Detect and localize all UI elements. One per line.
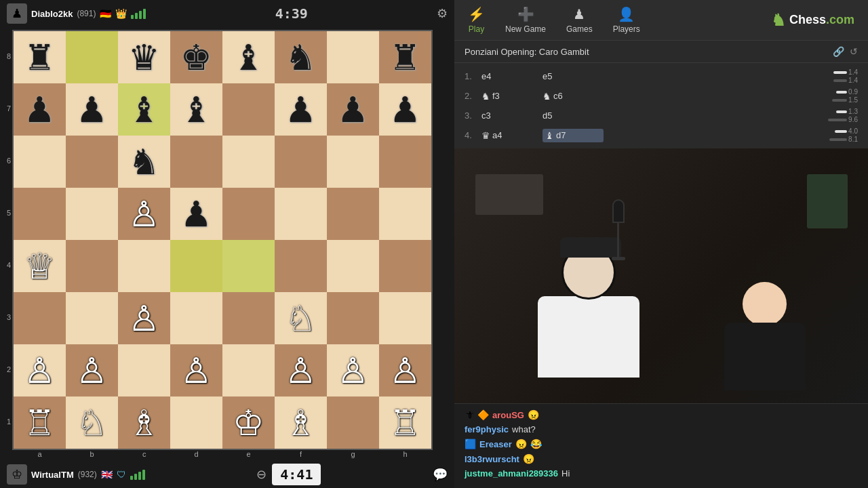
move-4-black[interactable]: ♝d7 <box>542 129 604 142</box>
square-h3[interactable] <box>379 292 431 344</box>
timer-bottom: 4:41 <box>272 464 321 485</box>
square-d8[interactable]: ♚ <box>170 31 222 83</box>
refresh-icon[interactable]: ↺ <box>850 46 858 57</box>
square-c8[interactable]: ♛ <box>118 31 170 83</box>
square-h1[interactable]: ♖ <box>379 396 431 449</box>
square-a5[interactable] <box>14 188 66 240</box>
square-e5[interactable] <box>222 188 275 240</box>
square-e8[interactable]: ♝ <box>222 31 275 83</box>
bar4 <box>143 9 146 19</box>
square-b1[interactable]: ♘ <box>66 396 118 449</box>
square-d2[interactable]: ♙ <box>170 344 222 396</box>
square-h2[interactable]: ♙ <box>379 344 431 396</box>
square-c3[interactable]: ♙ <box>118 292 170 344</box>
square-a7[interactable]: ♟ <box>14 83 66 136</box>
square-g6[interactable] <box>327 136 379 188</box>
square-f4[interactable] <box>275 240 327 292</box>
square-d4[interactable] <box>170 240 222 292</box>
username-l3b3r[interactable]: l3b3rwurscht <box>465 454 519 464</box>
square-e6[interactable] <box>222 136 275 188</box>
square-f8[interactable]: ♞ <box>275 31 327 83</box>
move-row-3: 3. c3 d5 1.3 9.6 <box>454 106 868 125</box>
right-panel: ⚡ Play ➕ New Game ♟ Games 👤 Players ♞ Ch… <box>454 0 868 488</box>
square-g3[interactable] <box>327 292 379 344</box>
square-e2[interactable] <box>222 344 275 396</box>
chat-icon[interactable]: 💬 <box>433 467 448 482</box>
square-a3[interactable] <box>14 292 66 344</box>
top-player-name: Diablo2kk <box>31 9 73 19</box>
move-1-black[interactable]: e5 <box>542 71 604 81</box>
nav-new-game[interactable]: ➕ New Game <box>505 6 546 34</box>
square-d3[interactable] <box>170 292 222 344</box>
square-h8[interactable]: ♜ <box>379 31 431 83</box>
square-f1[interactable]: ♗ <box>275 396 327 449</box>
move-2-black[interactable]: ♞c6 <box>542 91 604 102</box>
username-ereaser[interactable]: Ereaser <box>479 439 512 449</box>
move-4-number: 4. <box>465 130 481 140</box>
square-c5[interactable]: ♙ <box>118 188 170 240</box>
square-f7[interactable]: ♟ <box>275 83 327 136</box>
square-a6[interactable] <box>14 136 66 188</box>
square-g8[interactable] <box>327 31 379 83</box>
square-b5[interactable] <box>66 188 118 240</box>
settings-icon[interactable]: ⚙ <box>437 6 448 21</box>
square-c2[interactable] <box>118 344 170 396</box>
square-a1[interactable]: ♖ <box>14 396 66 449</box>
move-4-white[interactable]: ♛a4 <box>481 130 542 141</box>
square-e4[interactable] <box>222 240 275 292</box>
square-d6[interactable] <box>170 136 222 188</box>
square-c4[interactable] <box>118 240 170 292</box>
piece-d5: ♟ <box>180 197 212 232</box>
move-3-black[interactable]: d5 <box>542 110 604 121</box>
square-g4[interactable] <box>327 240 379 292</box>
move-2-white[interactable]: ♞f3 <box>481 91 542 102</box>
square-f5[interactable] <box>275 188 327 240</box>
square-c6[interactable]: ♞ <box>118 136 170 188</box>
square-e7[interactable] <box>222 83 275 136</box>
square-g7[interactable]: ♟ <box>327 83 379 136</box>
username-fer9physic[interactable]: fer9physic <box>465 424 509 434</box>
move-1-white[interactable]: e4 <box>481 71 542 81</box>
square-b8[interactable] <box>66 31 118 83</box>
square-h4[interactable] <box>379 240 431 292</box>
file-e: e <box>222 450 275 458</box>
link-icon[interactable]: 🔗 <box>833 46 844 57</box>
username-arousg[interactable]: arouSG <box>492 410 524 420</box>
square-f3[interactable]: ♘ <box>275 292 327 344</box>
square-c1[interactable]: ♗ <box>118 396 170 449</box>
square-d1[interactable] <box>170 396 222 449</box>
move-row-4: 4. ♛a4 ♝d7 4.0 8.1 <box>454 125 868 145</box>
minus-icon[interactable]: ⊖ <box>256 467 267 482</box>
square-f2[interactable]: ♙ <box>275 344 327 396</box>
square-d7[interactable]: ♝ <box>170 83 222 136</box>
nav-players[interactable]: 👤 Players <box>613 6 640 34</box>
square-g2[interactable]: ♙ <box>327 344 379 396</box>
move-3-white[interactable]: c3 <box>481 110 542 121</box>
square-e3[interactable] <box>222 292 275 344</box>
square-g5[interactable] <box>327 188 379 240</box>
square-b3[interactable] <box>66 292 118 344</box>
square-a8[interactable]: ♜ <box>14 31 66 83</box>
piece-c7: ♝ <box>128 92 160 127</box>
square-g1[interactable] <box>327 396 379 449</box>
username-justme[interactable]: justme_ahmani289336 <box>465 468 558 479</box>
square-c7[interactable]: ♝ <box>118 83 170 136</box>
nav-games[interactable]: ♟ Games <box>566 6 593 34</box>
bg-shelf <box>475 174 543 215</box>
square-h5[interactable] <box>379 188 431 240</box>
square-a2[interactable]: ♙ <box>14 344 66 396</box>
square-b6[interactable] <box>66 136 118 188</box>
square-d5[interactable]: ♟ <box>170 188 222 240</box>
square-e1[interactable]: ♔ <box>222 396 275 449</box>
square-b4[interactable] <box>66 240 118 292</box>
microphone <box>612 199 625 260</box>
square-a4[interactable]: ♕ <box>14 240 66 292</box>
square-h6[interactable] <box>379 136 431 188</box>
nav-play[interactable]: ⚡ Play <box>468 6 485 34</box>
square-b7[interactable]: ♟ <box>66 83 118 136</box>
chess-board[interactable]: ♜♛♚♝♞♜♟♟♝♝♟♟♟♞♙♟♕♙♘♙♙♙♙♙♙♖♘♗♔♗♖ <box>12 30 433 450</box>
square-h7[interactable]: ♟ <box>379 83 431 136</box>
square-b2[interactable]: ♙ <box>66 344 118 396</box>
piece-f2: ♙ <box>285 353 317 388</box>
square-f6[interactable] <box>275 136 327 188</box>
